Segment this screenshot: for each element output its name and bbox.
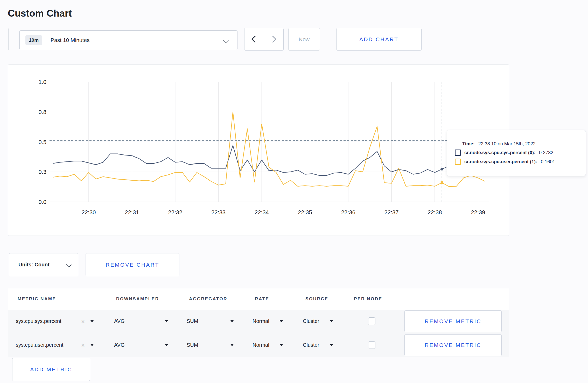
y-axis-tick-label: 0.5 (38, 139, 46, 145)
caret-down-icon[interactable] (165, 320, 168, 322)
tooltip-series-value: 0.1601 (541, 159, 555, 165)
table-row: sys.cpu.sys.percent × AVG SUM Normal Clu… (8, 310, 509, 334)
aggregator-select[interactable]: SUM (187, 318, 198, 324)
col-header-rate: RATE (255, 288, 269, 310)
downsampler-select[interactable]: AVG (114, 318, 125, 324)
chevron-down-icon (223, 38, 229, 43)
caret-down-icon[interactable] (330, 344, 333, 346)
y-axis-tick-label: 0.0 (38, 199, 46, 205)
tooltip-series-label: cr.node.sys.cpu.sys.percent (0): (464, 150, 535, 155)
y-axis-tick-label: 0.8 (38, 109, 46, 115)
chevron-right-icon (269, 36, 276, 43)
tooltip-time-label: Time: (462, 141, 475, 147)
y-axis-tick-label: 0.3 (38, 169, 46, 175)
x-axis-tick-label: 22:30 (81, 209, 96, 216)
x-axis-tick-label: 22:35 (298, 209, 312, 216)
add-metric-button[interactable]: ADD METRIC (12, 358, 90, 381)
chart-hover-tooltip: Time: 22:38:10 on Mar 15th, 2022 cr.node… (447, 130, 586, 176)
per-node-checkbox[interactable] (368, 341, 375, 349)
now-button[interactable]: Now (288, 28, 320, 51)
remove-chart-button[interactable]: REMOVE CHART (86, 253, 179, 276)
metric-name-select[interactable]: sys.cpu.user.percent (16, 342, 63, 348)
remove-metric-label: REMOVE METRIC (425, 342, 481, 348)
time-range-dropdown[interactable]: 10m Past 10 Minutes (19, 30, 237, 50)
cpu-percent-line-chart[interactable]: 0.00.30.50.81.022:3022:3122:3222:3322:34… (8, 65, 508, 235)
source-select[interactable]: Cluster (303, 318, 319, 324)
toolbar-divider (8, 29, 9, 50)
clear-metric-icon[interactable]: × (81, 342, 85, 349)
x-axis-tick-label: 22:38 (428, 209, 442, 216)
rate-select[interactable]: Normal (253, 342, 269, 348)
add-metric-label: ADD METRIC (30, 366, 72, 373)
units-dropdown[interactable]: Units: Count (9, 253, 78, 276)
next-range-button[interactable] (264, 28, 284, 50)
chart-card: 0.00.30.50.81.022:3022:3122:3222:3322:34… (8, 64, 509, 236)
x-axis-tick-label: 22:34 (255, 209, 269, 216)
units-label: Units: Count (18, 262, 50, 268)
tooltip-series-value: 0.2732 (539, 150, 553, 155)
caret-down-icon[interactable] (230, 344, 234, 346)
series-line-cr.node.sys.cpu.user.percent (53, 112, 485, 187)
remove-metric-button[interactable]: REMOVE METRIC (404, 310, 502, 332)
col-header-source: SOURCE (305, 288, 328, 310)
add-chart-label: ADD CHART (359, 36, 398, 42)
user-series-swatch-icon (455, 159, 461, 165)
tooltip-series-row: cr.node.sys.cpu.user.percent (1): 0.1601 (455, 159, 586, 165)
caret-down-icon[interactable] (330, 320, 333, 322)
caret-down-icon[interactable] (90, 320, 94, 322)
remove-metric-label: REMOVE METRIC (425, 318, 481, 324)
metric-name-select[interactable]: sys.cpu.sys.percent (16, 318, 61, 324)
time-range-badge: 10m (25, 35, 42, 45)
source-select[interactable]: Cluster (303, 342, 319, 348)
time-range-label: Past 10 Minutes (51, 37, 90, 43)
prev-range-button[interactable] (244, 28, 264, 50)
add-chart-button[interactable]: ADD CHART (336, 28, 422, 51)
remove-chart-label: REMOVE CHART (106, 262, 159, 268)
x-axis-tick-label: 22:39 (471, 209, 485, 216)
col-header-downsampler: DOWNSAMPLER (116, 288, 159, 310)
tooltip-time-row: Time: 22:38:10 on Mar 15th, 2022 (462, 141, 586, 147)
series-line-cr.node.sys.cpu.sys.percent (53, 145, 485, 175)
tooltip-time-value: 22:38:10 on Mar 15th, 2022 (478, 141, 536, 147)
rate-select[interactable]: Normal (253, 318, 269, 324)
per-node-checkbox[interactable] (368, 317, 375, 325)
remove-metric-button[interactable]: REMOVE METRIC (404, 334, 502, 356)
clear-metric-icon[interactable]: × (81, 318, 85, 325)
time-range-nav (244, 28, 284, 51)
caret-down-icon[interactable] (279, 320, 283, 322)
caret-down-icon[interactable] (90, 344, 94, 346)
col-header-aggregator: AGGREGATOR (189, 288, 227, 310)
y-axis-tick-label: 1.0 (38, 79, 46, 85)
aggregator-select[interactable]: SUM (187, 342, 198, 348)
col-header-metric-name: METRIC NAME (18, 288, 56, 310)
x-axis-tick-label: 22:37 (384, 209, 398, 216)
tooltip-series-label: cr.node.sys.cpu.user.percent (1): (464, 159, 537, 165)
x-axis-tick-label: 22:36 (341, 209, 355, 216)
metrics-table-header: METRIC NAME DOWNSAMPLER AGGREGATOR RATE … (8, 288, 509, 310)
chevron-down-icon (66, 262, 72, 267)
tooltip-series-row: cr.node.sys.cpu.sys.percent (0): 0.2732 (455, 150, 586, 156)
x-axis-tick-label: 22:33 (211, 209, 226, 216)
downsampler-select[interactable]: AVG (114, 342, 125, 348)
x-axis-tick-label: 22:32 (168, 209, 182, 216)
page-title: Custom Chart (8, 8, 72, 19)
col-header-per-node: PER NODE (354, 288, 382, 310)
caret-down-icon[interactable] (279, 344, 283, 346)
caret-down-icon[interactable] (165, 344, 168, 346)
chevron-left-icon (251, 36, 258, 43)
sys-series-swatch-icon (455, 150, 461, 156)
x-axis-tick-label: 22:31 (125, 209, 139, 216)
now-button-label: Now (299, 36, 310, 42)
caret-down-icon[interactable] (230, 320, 234, 322)
table-row: sys.cpu.user.percent × AVG SUM Normal Cl… (8, 334, 509, 357)
